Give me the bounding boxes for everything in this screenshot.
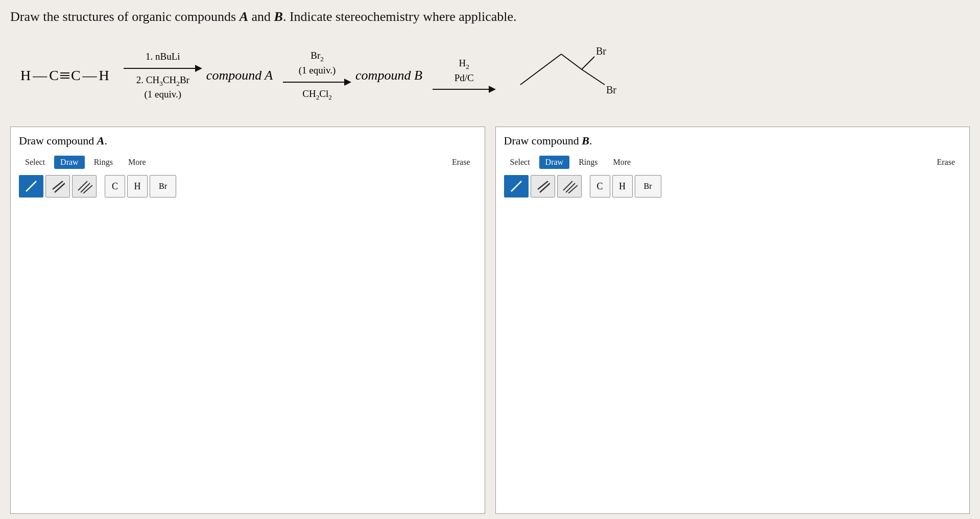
triple-bond-icon-b [561, 179, 578, 193]
panel-b-draw-btn[interactable]: Draw [539, 156, 570, 169]
panel-b-bond-tools: C H Br [504, 175, 962, 197]
panel-a-erase-btn[interactable]: Erase [446, 156, 476, 169]
product-svg: Br Br [505, 36, 623, 103]
alkyne-h2: H [99, 67, 109, 84]
panel-a-canvas[interactable] [19, 197, 476, 506]
draw-panel-a: Draw compound A. Select Draw Rings More … [10, 127, 485, 514]
compound-a-label: compound A [206, 68, 273, 83]
panel-a-more-btn[interactable]: More [122, 156, 152, 169]
alkyne-c1: C [49, 67, 59, 84]
step1-reagent1: 1. nBuLi [146, 50, 180, 63]
svg-line-12 [538, 181, 548, 189]
panel-a-rings-btn[interactable]: Rings [88, 156, 119, 169]
svg-line-11 [511, 181, 521, 191]
step3-arrow-head [489, 86, 496, 93]
product-structure: Br Br [505, 36, 623, 105]
step2-arrow-line [283, 82, 344, 83]
draw-panels: Draw compound A. Select Draw Rings More … [10, 127, 970, 514]
panel-b-title: Draw compound B. [504, 134, 962, 147]
panel-a-title: Draw compound A. [19, 134, 476, 147]
panel-a-draw-btn[interactable]: Draw [54, 156, 85, 169]
step3-arrow-line [433, 89, 489, 90]
double-bond-icon-b [536, 179, 550, 193]
panel-b-bromine-btn[interactable]: Br [635, 175, 661, 197]
alkyne-h1: H [20, 67, 31, 84]
svg-line-13 [540, 183, 550, 192]
triple-bond-icon [76, 179, 92, 193]
triple-bond-line2 [60, 75, 69, 76]
question-b-label: B [274, 9, 283, 24]
question-text-part1: Draw the structures of organic compounds [10, 9, 240, 24]
alkyne-bond1: — [33, 67, 47, 84]
step2-reagent2: (1 equiv.) [299, 64, 336, 77]
panel-b-title-letter: B [582, 134, 589, 147]
panel-a-select-btn[interactable]: Select [19, 156, 51, 169]
step1-arrow-head [195, 65, 202, 72]
triple-bond-line1 [60, 72, 69, 73]
svg-line-1 [541, 54, 561, 69]
panel-b-title-period: . [589, 134, 592, 147]
alkyne-c2: C [71, 67, 81, 84]
svg-line-7 [55, 183, 65, 192]
panel-a-bromine-btn[interactable]: Br [150, 175, 176, 197]
triple-bond-line3 [60, 78, 69, 79]
svg-line-14 [563, 181, 572, 190]
svg-line-2 [561, 54, 582, 69]
product-br1: Br [596, 45, 606, 57]
draw-panel-b: Draw compound B. Select Draw Rings More … [495, 127, 970, 514]
single-bond-icon [24, 179, 38, 193]
panel-b-single-bond-btn[interactable] [504, 175, 529, 197]
panel-a-carbon-btn[interactable]: C [105, 175, 125, 197]
step1-block: 1. nBuLi 2. CH3CH2Br (1 equiv.) [124, 50, 202, 101]
svg-line-5 [26, 181, 36, 191]
step3-reagent2: Pd/C [455, 71, 474, 85]
panel-b-title-text: Draw compound [504, 134, 582, 147]
reaction-scheme: H — C C — H 1. nBuLi 2. CH3CH2Br (1 equi… [10, 30, 970, 121]
svg-line-4 [582, 57, 594, 69]
panel-a-hydrogen-btn[interactable]: H [127, 175, 148, 197]
panel-a-title-period: . [104, 134, 107, 147]
starting-material: H — C C — H [20, 67, 109, 84]
panel-b-canvas[interactable] [504, 197, 962, 506]
compound-b-container: compound B [355, 68, 422, 83]
panel-a-title-text: Draw compound [19, 134, 97, 147]
panel-a-title-letter: A [97, 134, 105, 147]
step3-reagent1: H2 [459, 57, 469, 71]
panel-b-rings-btn[interactable]: Rings [572, 156, 604, 169]
panel-b-triple-bond-btn[interactable] [557, 175, 582, 197]
step2-block: Br2 (1 equiv.) CH2Cl2 [283, 49, 351, 102]
alkyne-bond2: — [83, 67, 97, 84]
product-br2: Br [606, 84, 616, 95]
panel-a-triple-bond-btn[interactable] [72, 175, 97, 197]
step3-block: H2 Pd/C [433, 57, 496, 94]
double-bond-icon [51, 179, 65, 193]
step2-reagent3: CH2Cl2 [302, 87, 332, 102]
svg-line-16 [568, 185, 578, 193]
step1-arrow-line [124, 68, 195, 69]
panel-b-double-bond-btn[interactable] [531, 175, 555, 197]
step2-reagent1: Br2 [310, 49, 324, 64]
question-text-part3: . Indicate stereochemistry where applica… [283, 9, 517, 24]
svg-line-10 [83, 185, 92, 193]
panel-b-hydrogen-btn[interactable]: H [612, 175, 633, 197]
step1-reagent2: 2. CH3CH2Br [136, 73, 189, 88]
svg-line-3 [582, 69, 605, 85]
panel-a-double-bond-btn[interactable] [45, 175, 70, 197]
svg-line-8 [78, 181, 87, 190]
question-a-label: A [240, 9, 248, 24]
panel-a-bond-tools: C H Br [19, 175, 476, 197]
panel-b-toolbar: Select Draw Rings More Erase [504, 156, 962, 169]
svg-line-0 [520, 69, 541, 85]
question-text: Draw the structures of organic compounds… [10, 9, 970, 24]
single-bond-icon-b [509, 179, 523, 193]
panel-a-single-bond-btn[interactable] [19, 175, 43, 197]
panel-b-more-btn[interactable]: More [607, 156, 637, 169]
step2-arrow-head [344, 79, 351, 86]
question-text-part2: and [248, 9, 274, 24]
compound-b-label: compound B [355, 68, 422, 83]
panel-b-select-btn[interactable]: Select [504, 156, 536, 169]
page-container: Draw the structures of organic compounds… [0, 0, 980, 519]
compound-a-container: compound A [206, 68, 273, 83]
panel-b-erase-btn[interactable]: Erase [930, 156, 961, 169]
panel-b-carbon-btn[interactable]: C [590, 175, 610, 197]
